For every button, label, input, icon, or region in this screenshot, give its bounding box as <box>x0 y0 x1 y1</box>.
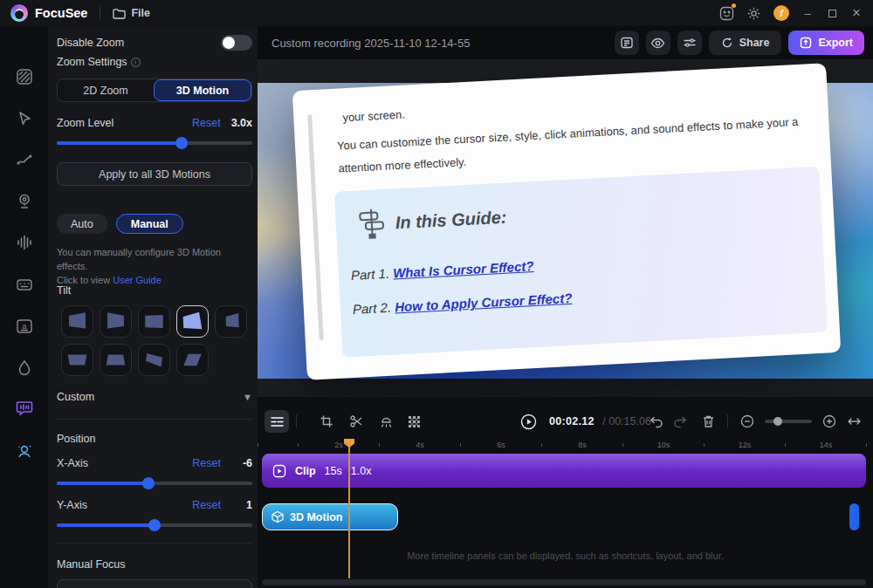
zoom-in-icon[interactable] <box>817 410 842 433</box>
zoom-level-reset[interactable]: Reset <box>192 117 221 129</box>
preview-viewport[interactable]: your screen. You can customize the curso… <box>258 59 873 397</box>
timeline-panels-button[interactable] <box>265 410 289 433</box>
scissors-icon[interactable] <box>344 410 368 433</box>
storyboard-icon-button[interactable] <box>615 31 639 55</box>
timeline-horizontal-scrollbar[interactable] <box>262 579 866 585</box>
fit-width-icon[interactable] <box>842 410 866 433</box>
y-axis-value: 1 <box>231 499 252 511</box>
tilt-option-3[interactable] <box>138 305 170 338</box>
ruler-tick: 14s <box>820 441 833 449</box>
custom-section-toggle[interactable]: Custom ▼ <box>57 391 252 403</box>
mosaic-blur-icon[interactable] <box>402 410 426 433</box>
toolbar-separator <box>727 414 728 428</box>
file-menu-label: File <box>131 7 150 19</box>
manual-focus-button[interactable] <box>57 579 252 588</box>
audio-wave-icon[interactable] <box>15 233 34 252</box>
current-time: 00:02.12 <box>549 415 595 427</box>
export-button[interactable]: Export <box>788 31 864 55</box>
tilt-option-1[interactable] <box>61 305 93 338</box>
auto-mode-button[interactable]: Auto <box>57 214 107 234</box>
promo-flame-badge[interactable]: f <box>773 5 789 21</box>
background-icon[interactable] <box>15 67 34 86</box>
project-title: Custom recording 2025-11-10 12-14-55 <box>272 37 470 50</box>
crop-icon[interactable] <box>314 410 339 433</box>
timeline-section: 00:02.12 / 00:15.06 <box>258 397 873 588</box>
tilt-option-2[interactable] <box>100 305 132 338</box>
tilt-option-4-selected[interactable] <box>176 305 209 338</box>
app-name: FocuSee <box>35 6 87 20</box>
x-axis-slider[interactable] <box>57 476 252 489</box>
tilt-option-7[interactable] <box>100 344 132 376</box>
focusee-logo-icon <box>10 4 28 22</box>
tilt-option-5[interactable] <box>215 305 247 338</box>
part2-prefix: Part 2. <box>352 299 395 317</box>
playhead-line[interactable] <box>348 439 350 578</box>
ruler-tick: 10s <box>657 441 670 449</box>
tab-3d-motion[interactable]: 3D Motion <box>154 79 251 101</box>
disable-zoom-label: Disable Zoom <box>57 37 124 49</box>
info-icon[interactable]: i <box>131 58 141 67</box>
part1-prefix: Part 1. <box>350 265 393 283</box>
ruler-tick: 12s <box>739 441 752 449</box>
3d-motion-segment-fragment[interactable] <box>849 503 859 530</box>
y-axis-label: Y-Axis <box>57 499 87 511</box>
keyboard-icon[interactable] <box>15 275 34 294</box>
cursor-icon[interactable] <box>15 109 34 128</box>
avatar-effects-icon[interactable] <box>15 441 34 461</box>
part2-link[interactable]: How to Apply Cursor Effect? <box>395 291 573 315</box>
manual-mode-button[interactable]: Manual <box>116 214 183 234</box>
guide-panel: In this Guide: Part 1. What Is Cursor Ef… <box>334 167 828 358</box>
clip-duration: 15s <box>325 465 342 477</box>
tab-2d-zoom[interactable]: 2D Zoom <box>58 79 154 101</box>
webcam-icon[interactable] <box>15 192 34 211</box>
divider <box>57 419 252 420</box>
share-button[interactable]: Share <box>709 31 782 55</box>
apply-all-button[interactable]: Apply to all 3D Motions <box>57 162 252 186</box>
y-axis-slider[interactable] <box>57 518 252 530</box>
preview-eye-button[interactable] <box>646 31 670 55</box>
letterbox-bottom <box>258 379 873 397</box>
folder-icon <box>113 8 126 19</box>
part1-link[interactable]: What Is Cursor Effect? <box>393 258 534 280</box>
tilt-option-9[interactable] <box>176 344 209 376</box>
timeline-zoom-slider[interactable] <box>765 420 812 423</box>
y-axis-reset[interactable]: Reset <box>192 499 221 511</box>
settings-gear-icon[interactable] <box>746 6 761 21</box>
clip-track-segment[interactable]: Clip 15s 1.0x <box>262 454 866 488</box>
delete-trash-icon[interactable] <box>696 410 720 433</box>
caption-icon[interactable]: a <box>15 317 34 336</box>
total-time: / 00:15.06 <box>602 415 651 427</box>
x-axis-reset[interactable]: Reset <box>192 457 221 469</box>
spotlight-icon[interactable] <box>374 410 398 433</box>
export-label: Export <box>818 37 853 49</box>
zoom-level-slider[interactable] <box>57 136 252 148</box>
titlebar-divider <box>100 7 100 19</box>
adjustments-icon-button[interactable] <box>677 31 702 55</box>
ruler-tick: 6s <box>497 441 505 449</box>
feedback-icon[interactable] <box>719 6 734 21</box>
zoom-level-label: Zoom Level <box>57 117 113 129</box>
zoom-settings-label: Zoom Settings <box>57 56 127 68</box>
manual-focus-label: Manual Focus <box>57 558 126 571</box>
timeline-toolbar: 00:02.12 / 00:15.06 <box>258 408 873 434</box>
3d-motion-segment[interactable]: 3D Motion <box>262 503 398 530</box>
redo-icon[interactable] <box>668 410 692 433</box>
minimize-button[interactable]: – <box>801 7 814 20</box>
close-button[interactable]: × <box>850 5 863 21</box>
tilt-option-6[interactable] <box>61 344 93 376</box>
play-button[interactable] <box>516 410 540 433</box>
preview-header: Custom recording 2025-11-10 12-14-55 <box>258 26 873 59</box>
disable-zoom-toggle[interactable] <box>221 35 252 51</box>
zoom-level-value: 3.0x <box>231 117 252 129</box>
voice-bubble-icon[interactable] <box>15 399 34 418</box>
maximize-button[interactable] <box>826 7 838 20</box>
clip-speed: 1.0x <box>351 465 372 477</box>
file-menu[interactable]: File <box>113 7 150 19</box>
ruler-tick: 4s <box>416 441 424 449</box>
motion-path-icon[interactable] <box>15 150 34 169</box>
tilt-option-8[interactable] <box>138 344 170 376</box>
zoom-out-icon[interactable] <box>735 410 760 433</box>
watermark-drop-icon[interactable] <box>15 359 34 378</box>
help-text-line1: You can manually configure 3D Motion eff… <box>57 247 221 271</box>
svg-text:a: a <box>22 322 26 331</box>
